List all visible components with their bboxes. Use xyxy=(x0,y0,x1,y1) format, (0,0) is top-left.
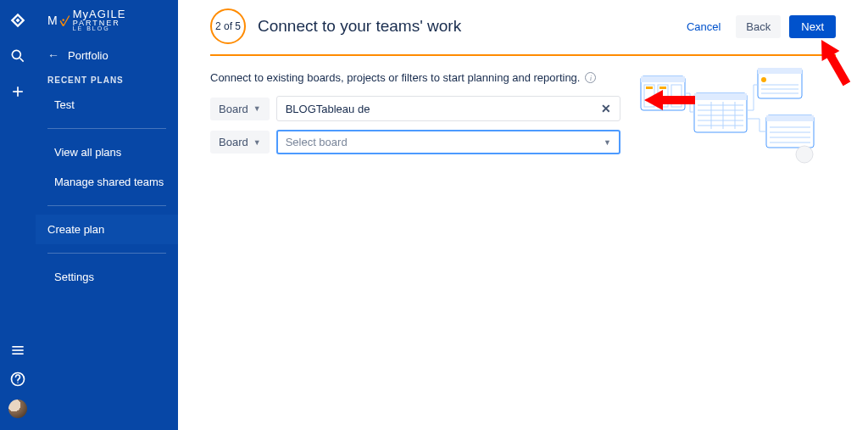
issue-source-type-label: Board xyxy=(219,103,248,115)
svg-line-1 xyxy=(20,59,24,62)
chevron-down-icon: ▼ xyxy=(604,138,611,147)
clear-icon[interactable]: ✕ xyxy=(601,102,611,115)
issue-source-row: Board ▼ BLOGTableau de ✕ xyxy=(210,96,620,121)
svg-point-0 xyxy=(12,50,20,59)
global-rail xyxy=(0,0,36,430)
step-text: 2 of 5 xyxy=(215,20,241,32)
divider xyxy=(47,253,166,254)
annotation-arrow xyxy=(644,85,695,115)
issue-source-type-select[interactable]: Board ▼ xyxy=(210,131,270,154)
selected-board-label: BLOGTableau de xyxy=(286,103,370,115)
cancel-button[interactable]: Cancel xyxy=(680,15,727,38)
add-icon[interactable] xyxy=(9,83,26,100)
portfolio-header[interactable]: ← Portfolio xyxy=(36,40,178,75)
menu-icon[interactable] xyxy=(9,342,26,359)
divider xyxy=(47,128,166,129)
boards-illustration xyxy=(639,68,834,170)
svg-rect-33 xyxy=(766,115,814,121)
back-arrow-icon[interactable]: ← xyxy=(47,48,59,62)
wizard-actions: Cancel Back Next xyxy=(680,15,836,38)
issue-sources-form: Board ▼ BLOGTableau de ✕ Board ▼ Select … xyxy=(178,96,653,154)
sidebar: M୰ MyAGILE PARTNER LE BLOG ← Portfolio R… xyxy=(36,0,178,430)
portfolio-label: Portfolio xyxy=(68,49,108,62)
jira-logo-icon[interactable] xyxy=(9,12,26,29)
subtext-label: Connect to existing boards, projects or … xyxy=(210,71,580,84)
svg-point-8 xyxy=(17,383,18,383)
sidebar-item-settings[interactable]: Settings xyxy=(36,262,178,292)
chevron-down-icon: ▼ xyxy=(253,104,261,113)
select-board-placeholder: Select board xyxy=(286,136,348,148)
brand-sub: LE BLOG xyxy=(73,25,126,31)
svg-rect-17 xyxy=(758,68,802,74)
brand-logo: M୰ MyAGILE PARTNER LE BLOG xyxy=(36,8,178,40)
sidebar-item-manage-shared[interactable]: Manage shared teams xyxy=(36,167,178,197)
search-icon[interactable] xyxy=(9,47,26,64)
main-panel: 2 of 5 Connect to your teams' work Cance… xyxy=(178,0,868,430)
back-button[interactable]: Back xyxy=(736,15,781,38)
sidebar-item-view-all[interactable]: View all plans xyxy=(36,137,178,167)
page-title: Connect to your teams' work xyxy=(258,17,668,36)
svg-point-38 xyxy=(796,146,813,163)
issue-source-value-select[interactable]: BLOGTableau de ✕ xyxy=(276,96,620,121)
info-icon[interactable]: i xyxy=(585,72,596,83)
svg-marker-39 xyxy=(644,90,695,110)
sidebar-item-test[interactable]: Test xyxy=(36,90,178,120)
svg-rect-10 xyxy=(641,76,685,82)
issue-source-type-label: Board xyxy=(219,136,248,148)
step-badge: 2 of 5 xyxy=(210,8,246,44)
wizard-header: 2 of 5 Connect to your teams' work Cance… xyxy=(178,0,868,51)
avatar[interactable] xyxy=(8,399,27,418)
divider xyxy=(47,205,166,206)
svg-point-18 xyxy=(761,77,766,82)
issue-source-type-select[interactable]: Board ▼ xyxy=(210,98,270,120)
recent-plans-title: RECENT PLANS xyxy=(36,75,178,90)
sidebar-item-create-plan[interactable]: Create plan xyxy=(36,215,178,244)
issue-source-value-select[interactable]: Select board ▼ xyxy=(276,130,620,154)
chevron-down-icon: ▼ xyxy=(253,138,261,147)
svg-rect-23 xyxy=(694,93,747,100)
help-icon[interactable] xyxy=(9,371,26,388)
issue-source-row: Board ▼ Select board ▼ xyxy=(210,130,620,154)
